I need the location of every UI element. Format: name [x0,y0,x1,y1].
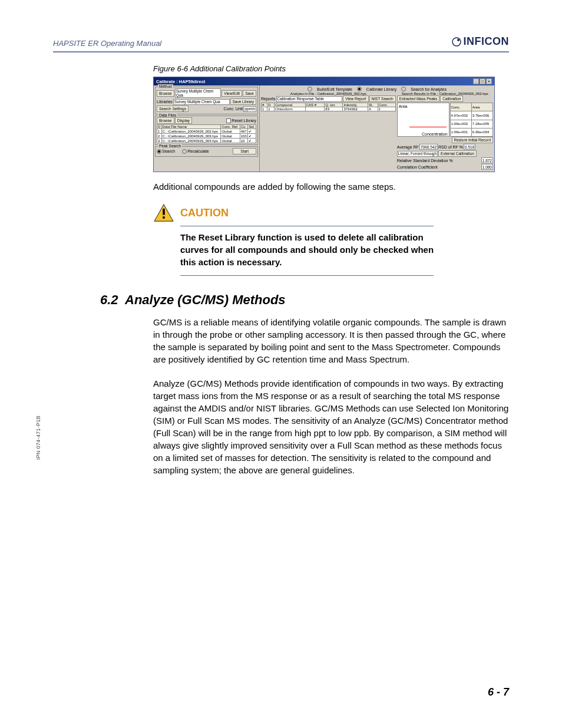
calibrate-radio[interactable] [357,87,362,91]
close-icon[interactable]: × [486,78,492,84]
restore-initial-button[interactable]: Restore Initial Record [452,137,494,143]
inficon-logo: INFICON [451,35,510,48]
minimize-icon[interactable]: _ [473,78,479,84]
paragraph-2: GC/MS is a reliable means of identifying… [153,316,509,365]
table-row: 1.00e+0027.18e+005 [450,120,492,128]
data-files-label: Data Files [158,113,177,117]
reset-library-label: Reset Library [232,118,256,123]
search-settings-button[interactable]: Search Settings [157,106,189,112]
search-analytes-radio[interactable] [401,87,406,91]
save-button[interactable]: Save [243,90,256,97]
maximize-icon[interactable]: □ [480,78,485,84]
calibration-button[interactable]: Calibration [440,95,463,102]
svg-point-0 [452,38,461,46]
data-files-table: D Data File Name Conc. Ref. Co. Sel. 1 C… [157,124,256,143]
paragraph-1: Additional compounds are added by follow… [153,180,509,193]
reports-select[interactable]: Calibration Response Table [276,96,343,102]
logo-text: INFICON [464,35,510,48]
document-ipn: IPN 074-471-P1B [35,416,41,460]
search-radio[interactable] [157,149,161,154]
calibration-chart: Area Concentration [397,103,449,137]
table-row: 4.97e+0023.76e+006 [450,111,492,120]
window-title: Calibrate : HAP59direct [156,79,205,84]
recalculate-radio[interactable] [182,149,187,154]
libraries-input[interactable]: Survey Multiple Chem Qua [173,99,230,105]
search-analytes-label: Search for Analytes [411,87,447,91]
extracted-mass-peaks-button[interactable]: Extracted Mass Peaks [397,95,440,102]
df-header-co: Co. [240,125,247,129]
df-header-ref: Conc. Ref. [221,125,240,129]
peak-search-label: Peak Search [158,144,182,148]
df-header-sel: Sel. [248,125,256,129]
browse-button-2[interactable]: Browse [157,117,174,124]
caution-block: CAUTION The Reset Library function is us… [153,205,509,276]
corr-label: Correlation Coefficient [397,165,481,169]
section-heading: 6.2 Analyze (GC/MS) Methods [100,292,509,308]
figure-caption: Figure 6-6 Additional Calibration Points [153,64,509,73]
rsd-label: Relative Standard Deviation % [397,159,481,163]
build-edit-label: Build/Edit Template [317,87,352,91]
view-edit-button[interactable]: View/Edit [222,90,242,97]
display-button[interactable]: Display [175,117,192,124]
section-number: 6.2 [100,292,118,307]
paragraph-3: Analyze (GC/MS) Methods provide identifi… [153,377,509,476]
table-row: 1.00e+0016.39e+004 [450,128,492,136]
start-button[interactable]: Start [233,148,256,154]
conc-area-table: Conc.Area 4.97e+0023.76e+006 1.00e+0027.… [450,103,493,137]
table-row[interactable]: 3 C:..\Calibration_20040929_004.hps Glob… [157,139,256,143]
page-header: HAPSITE ER Operating Manual INFICON [53,35,509,52]
df-header-d: D [157,125,162,129]
chart-y-axis: Area [399,104,408,108]
table-row[interactable]: 1 C:..\Calibration_20040929_002.hps Glob… [157,129,256,134]
linear-forced-select[interactable]: Linear, Forced through [397,151,438,157]
reports-label: Reports [261,97,276,101]
table-row[interactable]: 1 1 Chloroform 83 3764362 A 1 [262,107,396,111]
svg-rect-4 [163,216,165,219]
browse-button[interactable]: Browse [157,90,174,97]
rsd-value: 1.872 [481,157,493,163]
view-report-button[interactable]: View Report [343,95,368,102]
method-input[interactable]: Survey Multiple Chem Qua [175,88,222,98]
recalculate-radio-label: Recalculate [187,149,209,153]
svg-rect-3 [163,209,165,215]
reset-library-checkbox[interactable] [226,118,231,123]
external-cal-button[interactable]: External Calibration [438,150,477,157]
screenshot-figure: Calibrate : HAP59direct _ □ × Method Bro… [153,77,495,172]
caution-divider-bottom [180,275,434,276]
page-number: 6 - 7 [488,686,509,699]
conc-unit-select[interactable]: ppm/v [243,106,256,112]
save-library-button[interactable]: Save Library [230,98,257,105]
svg-point-1 [457,39,459,41]
build-edit-radio[interactable] [308,87,312,91]
avg-rf-value: 7060.542 [419,144,438,150]
avg-rf-label: Average RF [397,145,419,149]
window-titlebar: Calibrate : HAP59direct _ □ × [154,77,494,85]
chart-x-axis: Concentration [422,132,448,136]
rsd-rf-value: 0.518 [464,144,475,150]
conc-unit-label: Conc. Unit [224,107,243,111]
corr-value: 1.000 [481,164,493,170]
libraries-label: Libraries [157,100,173,104]
table-row[interactable]: 2 C:..\Calibration_20040929_003.hps Glob… [157,134,256,139]
search-radio-label: Search [162,149,175,153]
caution-icon [153,203,174,222]
caution-divider-top [180,226,434,226]
compound-table: # D Compound CAS # Q. Ion Intensity St. … [261,103,396,111]
logo-icon [451,37,462,47]
rsd-rf-label: RSD of RF % [438,145,463,149]
caution-text: The Reset Library function is used to de… [180,231,439,268]
caution-title: CAUTION [180,207,229,219]
nist-search-button[interactable]: NIST Search [369,95,396,102]
calibrate-label: Calibrate Library [366,87,396,91]
df-header-name: Data File Name [161,125,221,129]
method-group-label: Method [158,84,173,88]
section-title: Analyze (GC/MS) Methods [125,292,286,307]
manual-title: HAPSITE ER Operating Manual [53,39,161,48]
